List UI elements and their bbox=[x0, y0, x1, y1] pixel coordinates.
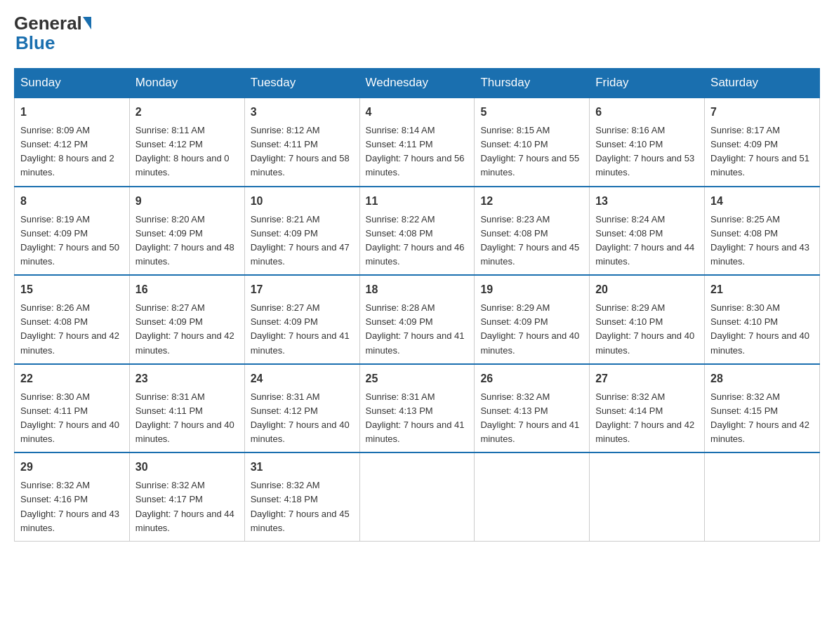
day-number: 14 bbox=[710, 193, 814, 210]
calendar-cell: 30 Sunrise: 8:32 AMSunset: 4:17 PMDaylig… bbox=[129, 452, 244, 541]
logo-general-text: General bbox=[14, 14, 82, 32]
logo-blue-text: Blue bbox=[15, 32, 55, 53]
day-info: Sunrise: 8:22 AMSunset: 4:08 PMDaylight:… bbox=[366, 214, 465, 267]
calendar-cell: 4 Sunrise: 8:14 AMSunset: 4:11 PMDayligh… bbox=[359, 98, 475, 187]
weekday-header-saturday: Saturday bbox=[705, 69, 820, 98]
logo: General Blue bbox=[14, 14, 92, 54]
day-number: 22 bbox=[20, 370, 124, 387]
day-number: 7 bbox=[710, 104, 814, 121]
day-info: Sunrise: 8:17 AMSunset: 4:09 PMDaylight:… bbox=[710, 125, 809, 177]
calendar-cell bbox=[705, 452, 820, 541]
day-info: Sunrise: 8:24 AMSunset: 4:08 PMDaylight:… bbox=[595, 214, 694, 267]
calendar-cell: 31 Sunrise: 8:32 AMSunset: 4:18 PMDaylig… bbox=[244, 452, 359, 541]
day-number: 11 bbox=[366, 193, 469, 210]
calendar-cell bbox=[359, 452, 475, 541]
calendar-cell: 3 Sunrise: 8:12 AMSunset: 4:11 PMDayligh… bbox=[244, 98, 359, 187]
day-info: Sunrise: 8:32 AMSunset: 4:16 PMDaylight:… bbox=[20, 480, 119, 532]
day-info: Sunrise: 8:30 AMSunset: 4:11 PMDaylight:… bbox=[20, 391, 119, 444]
day-number: 9 bbox=[135, 193, 239, 210]
calendar-cell: 17 Sunrise: 8:27 AMSunset: 4:09 PMDaylig… bbox=[244, 275, 359, 364]
calendar-cell: 25 Sunrise: 8:31 AMSunset: 4:13 PMDaylig… bbox=[359, 364, 475, 453]
day-info: Sunrise: 8:32 AMSunset: 4:13 PMDaylight:… bbox=[480, 391, 579, 444]
day-number: 25 bbox=[366, 370, 469, 387]
day-info: Sunrise: 8:32 AMSunset: 4:18 PMDaylight:… bbox=[251, 480, 350, 532]
day-number: 31 bbox=[251, 459, 354, 476]
weekday-header-sunday: Sunday bbox=[15, 69, 130, 98]
calendar-cell: 20 Sunrise: 8:29 AMSunset: 4:10 PMDaylig… bbox=[590, 275, 705, 364]
day-info: Sunrise: 8:11 AMSunset: 4:12 PMDaylight:… bbox=[135, 125, 230, 177]
day-info: Sunrise: 8:20 AMSunset: 4:09 PMDaylight:… bbox=[135, 214, 234, 267]
calendar-cell: 9 Sunrise: 8:20 AMSunset: 4:09 PMDayligh… bbox=[129, 187, 244, 276]
weekday-header-wednesday: Wednesday bbox=[359, 69, 475, 98]
weekday-header-tuesday: Tuesday bbox=[244, 69, 359, 98]
day-number: 13 bbox=[595, 193, 699, 210]
calendar-cell: 7 Sunrise: 8:17 AMSunset: 4:09 PMDayligh… bbox=[705, 98, 820, 187]
calendar-cell: 2 Sunrise: 8:11 AMSunset: 4:12 PMDayligh… bbox=[129, 98, 244, 187]
day-info: Sunrise: 8:30 AMSunset: 4:10 PMDaylight:… bbox=[710, 302, 809, 355]
calendar-cell: 15 Sunrise: 8:26 AMSunset: 4:08 PMDaylig… bbox=[15, 275, 130, 364]
day-number: 17 bbox=[251, 281, 354, 298]
day-number: 20 bbox=[595, 281, 699, 298]
calendar-week-row: 29 Sunrise: 8:32 AMSunset: 4:16 PMDaylig… bbox=[15, 452, 820, 541]
calendar-week-row: 15 Sunrise: 8:26 AMSunset: 4:08 PMDaylig… bbox=[15, 275, 820, 364]
calendar-cell: 1 Sunrise: 8:09 AMSunset: 4:12 PMDayligh… bbox=[15, 98, 130, 187]
calendar-cell: 24 Sunrise: 8:31 AMSunset: 4:12 PMDaylig… bbox=[244, 364, 359, 453]
day-number: 6 bbox=[595, 104, 699, 121]
day-info: Sunrise: 8:27 AMSunset: 4:09 PMDaylight:… bbox=[135, 302, 234, 355]
day-number: 24 bbox=[251, 370, 354, 387]
calendar-cell: 5 Sunrise: 8:15 AMSunset: 4:10 PMDayligh… bbox=[475, 98, 590, 187]
day-info: Sunrise: 8:19 AMSunset: 4:09 PMDaylight:… bbox=[20, 214, 119, 267]
day-number: 18 bbox=[366, 281, 469, 298]
day-number: 8 bbox=[20, 193, 124, 210]
calendar-cell bbox=[475, 452, 590, 541]
day-info: Sunrise: 8:32 AMSunset: 4:17 PMDaylight:… bbox=[135, 480, 234, 532]
calendar-cell: 10 Sunrise: 8:21 AMSunset: 4:09 PMDaylig… bbox=[244, 187, 359, 276]
day-info: Sunrise: 8:25 AMSunset: 4:08 PMDaylight:… bbox=[710, 214, 809, 267]
day-info: Sunrise: 8:32 AMSunset: 4:14 PMDaylight:… bbox=[595, 391, 694, 444]
day-info: Sunrise: 8:21 AMSunset: 4:09 PMDaylight:… bbox=[251, 214, 350, 267]
calendar-week-row: 1 Sunrise: 8:09 AMSunset: 4:12 PMDayligh… bbox=[15, 98, 820, 187]
calendar-cell: 28 Sunrise: 8:32 AMSunset: 4:15 PMDaylig… bbox=[705, 364, 820, 453]
day-info: Sunrise: 8:15 AMSunset: 4:10 PMDaylight:… bbox=[480, 125, 579, 177]
day-info: Sunrise: 8:09 AMSunset: 4:12 PMDaylight:… bbox=[20, 125, 114, 177]
logo-arrow-icon bbox=[83, 17, 91, 29]
day-info: Sunrise: 8:12 AMSunset: 4:11 PMDaylight:… bbox=[251, 125, 350, 177]
calendar-cell: 26 Sunrise: 8:32 AMSunset: 4:13 PMDaylig… bbox=[475, 364, 590, 453]
calendar-cell: 19 Sunrise: 8:29 AMSunset: 4:09 PMDaylig… bbox=[475, 275, 590, 364]
day-number: 15 bbox=[20, 281, 124, 298]
day-info: Sunrise: 8:31 AMSunset: 4:13 PMDaylight:… bbox=[366, 391, 465, 444]
day-number: 2 bbox=[135, 104, 239, 121]
page-header: General Blue bbox=[14, 14, 820, 54]
calendar-cell: 12 Sunrise: 8:23 AMSunset: 4:08 PMDaylig… bbox=[475, 187, 590, 276]
day-number: 27 bbox=[595, 370, 699, 387]
calendar-cell: 22 Sunrise: 8:30 AMSunset: 4:11 PMDaylig… bbox=[15, 364, 130, 453]
day-info: Sunrise: 8:16 AMSunset: 4:10 PMDaylight:… bbox=[595, 125, 694, 177]
calendar-cell: 11 Sunrise: 8:22 AMSunset: 4:08 PMDaylig… bbox=[359, 187, 475, 276]
day-number: 5 bbox=[480, 104, 583, 121]
weekday-header-row: SundayMondayTuesdayWednesdayThursdayFrid… bbox=[15, 69, 820, 98]
calendar-cell: 6 Sunrise: 8:16 AMSunset: 4:10 PMDayligh… bbox=[590, 98, 705, 187]
day-number: 29 bbox=[20, 459, 124, 476]
day-number: 28 bbox=[710, 370, 814, 387]
calendar-cell: 13 Sunrise: 8:24 AMSunset: 4:08 PMDaylig… bbox=[590, 187, 705, 276]
weekday-header-monday: Monday bbox=[129, 69, 244, 98]
calendar-cell: 23 Sunrise: 8:31 AMSunset: 4:11 PMDaylig… bbox=[129, 364, 244, 453]
day-number: 12 bbox=[480, 193, 583, 210]
day-info: Sunrise: 8:14 AMSunset: 4:11 PMDaylight:… bbox=[366, 125, 465, 177]
day-info: Sunrise: 8:29 AMSunset: 4:09 PMDaylight:… bbox=[480, 302, 579, 355]
calendar-week-row: 8 Sunrise: 8:19 AMSunset: 4:09 PMDayligh… bbox=[15, 187, 820, 276]
calendar-cell: 16 Sunrise: 8:27 AMSunset: 4:09 PMDaylig… bbox=[129, 275, 244, 364]
day-number: 4 bbox=[366, 104, 469, 121]
weekday-header-friday: Friday bbox=[590, 69, 705, 98]
day-number: 10 bbox=[251, 193, 354, 210]
day-info: Sunrise: 8:31 AMSunset: 4:11 PMDaylight:… bbox=[135, 391, 234, 444]
calendar-cell: 8 Sunrise: 8:19 AMSunset: 4:09 PMDayligh… bbox=[15, 187, 130, 276]
weekday-header-thursday: Thursday bbox=[475, 69, 590, 98]
calendar-cell: 21 Sunrise: 8:30 AMSunset: 4:10 PMDaylig… bbox=[705, 275, 820, 364]
day-number: 26 bbox=[480, 370, 583, 387]
day-info: Sunrise: 8:27 AMSunset: 4:09 PMDaylight:… bbox=[251, 302, 350, 355]
day-number: 16 bbox=[135, 281, 239, 298]
day-number: 1 bbox=[20, 104, 124, 121]
day-info: Sunrise: 8:31 AMSunset: 4:12 PMDaylight:… bbox=[251, 391, 350, 444]
day-number: 21 bbox=[710, 281, 814, 298]
